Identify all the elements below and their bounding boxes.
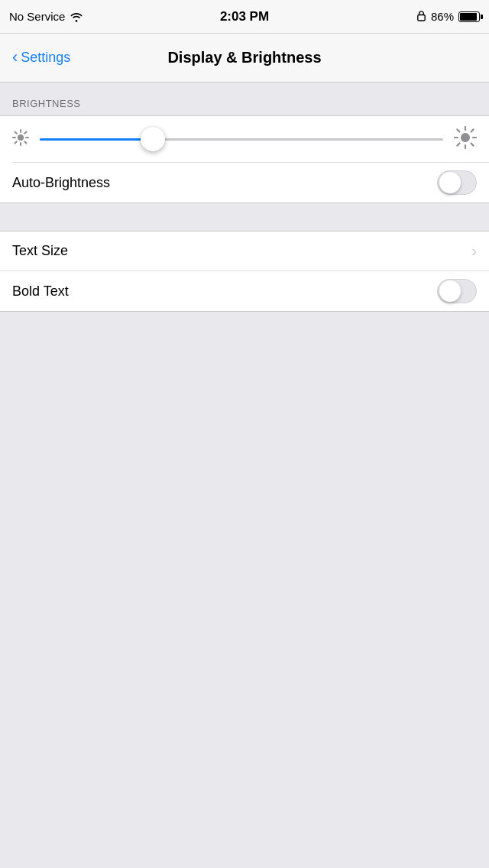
auto-brightness-toggle[interactable] [437,170,477,195]
carrier-text: No Service [9,10,65,23]
text-size-label: Text Size [12,243,68,259]
svg-line-17 [471,129,474,131]
svg-rect-0 [418,15,425,21]
slider-fill [40,138,153,141]
back-button[interactable]: ‹ Settings [12,49,70,67]
sun-small-icon [12,129,29,149]
svg-line-18 [457,144,459,146]
svg-line-7 [24,141,26,143]
back-chevron-icon: ‹ [12,47,18,67]
wifi-icon [70,11,83,22]
brightness-slider[interactable] [40,128,443,151]
brightness-group: Auto-Brightness [0,115,489,203]
svg-point-10 [461,133,470,142]
text-size-row[interactable]: Text Size › [0,232,489,271]
svg-line-15 [457,129,459,131]
battery-icon [458,11,480,22]
svg-point-1 [18,134,24,141]
lock-icon [416,10,426,24]
status-left: No Service [9,10,162,23]
brightness-slider-row [0,116,489,162]
sun-large-icon [454,126,477,152]
svg-line-16 [471,144,474,146]
svg-line-9 [15,141,17,143]
text-settings-group: Text Size › Bold Text [0,231,489,312]
svg-line-8 [24,132,26,134]
battery-fill [460,13,477,21]
slider-track [40,138,443,141]
back-label: Settings [21,50,70,66]
status-bar: No Service 2:03 PM 86% [0,0,489,34]
auto-brightness-label: Auto-Brightness [12,175,110,191]
nav-bar: ‹ Settings Display & Brightness [0,34,489,83]
status-time: 2:03 PM [220,9,269,24]
bold-text-toggle[interactable] [437,279,477,303]
bold-toggle-knob [439,280,461,302]
brightness-section-header: BRIGHTNESS [0,83,489,115]
content: BRIGHTNESS [0,83,489,312]
page-title: Display & Brightness [167,49,321,66]
slider-thumb[interactable] [141,127,165,151]
bold-text-row: Bold Text [0,271,489,311]
svg-line-6 [15,132,17,134]
battery-percent: 86% [431,10,454,23]
bold-text-label: Bold Text [12,283,69,300]
status-right: 86% [327,10,480,24]
toggle-knob [439,172,461,193]
group-spacer-1 [0,203,489,231]
auto-brightness-row: Auto-Brightness [0,163,489,202]
chevron-right-icon: › [471,242,477,260]
